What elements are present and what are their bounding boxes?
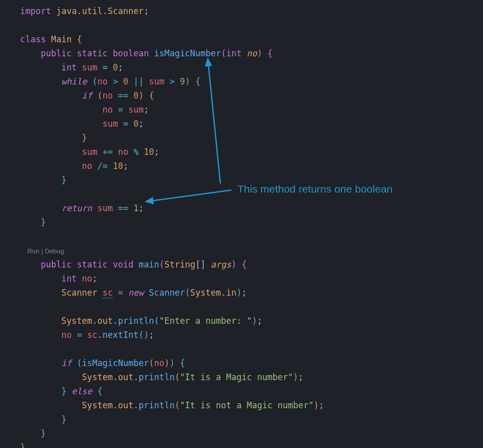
code-line: no /= 10;: [20, 161, 128, 171]
code-line: }: [20, 414, 66, 424]
code-line: System.out.println("Enter a number: ");: [20, 316, 262, 326]
code-line: }: [20, 133, 87, 143]
codelens-debug[interactable]: Debug: [45, 247, 64, 255]
code-line: sum += no % 10;: [20, 147, 159, 157]
code-line: System.out.println("It is not a Magic nu…: [20, 400, 324, 410]
code-line: }: [20, 428, 46, 438]
code-line: }: [20, 175, 66, 185]
codelens-run[interactable]: Run: [27, 247, 39, 255]
code-line: } else {: [20, 386, 103, 396]
code-line: }: [20, 442, 25, 448]
code-line: return sum == 1;: [20, 203, 144, 213]
code-line: System.out.println("It is a Magic number…: [20, 372, 303, 382]
codelens: Run | Debug: [20, 247, 64, 255]
code-line: public static boolean isMagicNumber(int …: [20, 48, 273, 58]
code-line: import java.util.Scanner;: [20, 6, 149, 16]
code-line: int sum = 0;: [20, 62, 123, 72]
code-line: while (no > 0 || sum > 9) {: [20, 76, 201, 86]
code-line: class Main {: [20, 34, 82, 44]
code-line: if (isMagicNumber(no)) {: [20, 358, 185, 368]
code-line: Scanner sc = new Scanner(System.in);: [20, 288, 247, 298]
code-line: }: [20, 217, 46, 227]
code-line: int no;: [20, 274, 98, 284]
code-line: public static void main(String[] args) {: [20, 259, 247, 270]
annotation-label: This method returns one boolean: [237, 182, 392, 196]
code-line: if (no == 0) {: [20, 91, 154, 101]
code-line: no = sum;: [20, 105, 149, 115]
code-line: no = sc.nextInt();: [20, 330, 154, 340]
code-line: sum = 0;: [20, 119, 144, 129]
code-editor[interactable]: import java.util.Scanner; class Main { p…: [0, 4, 483, 448]
